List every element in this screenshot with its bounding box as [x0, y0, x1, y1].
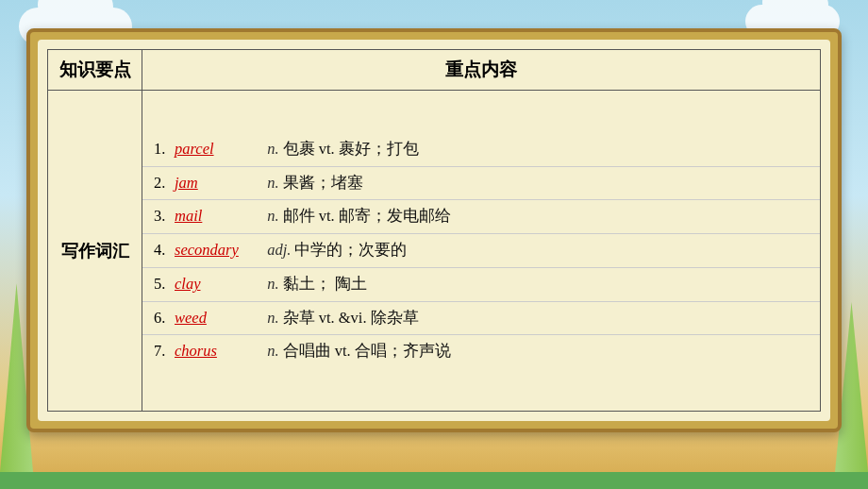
item-word: mail [175, 205, 259, 228]
item-def: 邮件 vt. 邮寄；发电邮给 [283, 205, 451, 228]
item-word: jam [175, 172, 259, 195]
item-def: 黏土； 陶土 [283, 273, 367, 296]
item-number: 3. [154, 205, 175, 228]
list-item: 1. parcel n. 包裹 vt. 裹好；打包 [142, 133, 820, 167]
list-item: 3. mail n. 邮件 vt. 邮寄；发电邮给 [142, 200, 820, 234]
item-pos: n. [267, 172, 278, 195]
row-label: 写作词汇 [48, 91, 142, 412]
item-pos: n. [267, 307, 278, 330]
item-def: 果酱；堵塞 [283, 172, 363, 195]
col2-header: 重点内容 [142, 50, 821, 91]
item-number: 2. [154, 172, 175, 195]
vocab-table: 知识要点 重点内容 写作词汇 1. parcel n. 包裹 vt. 裹好；打包… [47, 49, 821, 412]
vocab-content: 1. parcel n. 包裹 vt. 裹好；打包 2. jam n. 果酱；堵… [142, 91, 821, 412]
item-number: 6. [154, 307, 175, 330]
item-number: 7. [154, 340, 175, 363]
item-def: 包裹 vt. 裹好；打包 [283, 138, 419, 161]
item-pos: n. [267, 340, 278, 363]
item-pos: n. [267, 273, 278, 296]
item-pos: adj. [267, 239, 291, 262]
item-def: 杂草 vt. &vi. 除杂草 [283, 307, 419, 330]
item-def: 合唱曲 vt. 合唱；齐声说 [283, 340, 451, 363]
list-item: 7. chorus n. 合唱曲 vt. 合唱；齐声说 [142, 335, 820, 368]
table-row: 写作词汇 1. parcel n. 包裹 vt. 裹好；打包 2. jam n.… [48, 91, 821, 412]
list-item: 2. jam n. 果酱；堵塞 [142, 167, 820, 201]
col1-header: 知识要点 [48, 50, 142, 91]
item-pos: n. [267, 205, 278, 228]
item-number: 5. [154, 273, 175, 296]
item-word: weed [175, 307, 259, 330]
item-word: parcel [175, 138, 259, 161]
item-number: 4. [154, 239, 175, 262]
item-word: chorus [175, 340, 259, 363]
list-item: 5. clay n. 黏土； 陶土 [142, 268, 820, 302]
item-word: secondary [175, 239, 259, 262]
item-pos: n. [267, 138, 278, 161]
list-item: 4. secondary adj. 中学的；次要的 [142, 234, 820, 268]
board-inner: 知识要点 重点内容 写作词汇 1. parcel n. 包裹 vt. 裹好；打包… [38, 40, 830, 421]
item-word: clay [175, 273, 259, 296]
grass [0, 472, 868, 489]
item-number: 1. [154, 138, 175, 161]
board-frame: 知识要点 重点内容 写作词汇 1. parcel n. 包裹 vt. 裹好；打包… [26, 28, 842, 432]
list-item: 6. weed n. 杂草 vt. &vi. 除杂草 [142, 302, 820, 336]
item-def: 中学的；次要的 [294, 239, 407, 262]
